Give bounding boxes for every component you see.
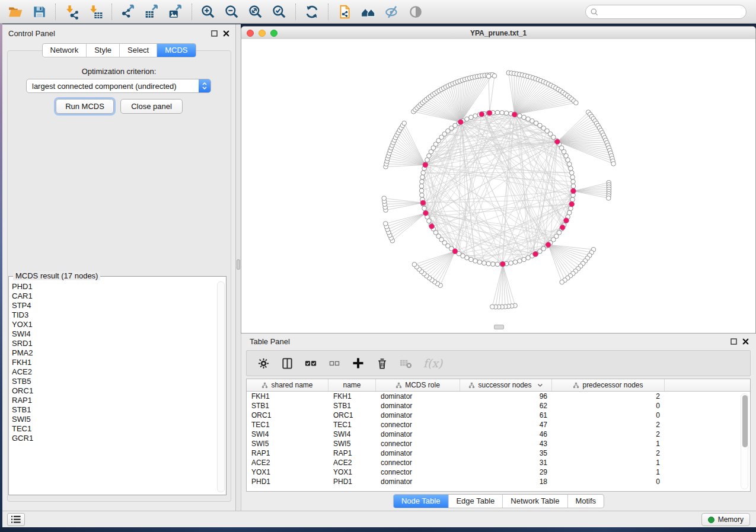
- mcds-result-item[interactable]: STP4: [12, 301, 215, 310]
- mcds-result-scrollbar[interactable]: [217, 281, 225, 492]
- table-tab-node-table[interactable]: Node Table: [394, 495, 448, 508]
- export-image-button[interactable]: [164, 2, 187, 22]
- table-row[interactable]: YOX1YOX1connector291: [247, 467, 750, 477]
- mcds-result-item[interactable]: STB5: [12, 377, 215, 386]
- hide-selection-button[interactable]: [380, 2, 404, 22]
- table-tab-edge-table[interactable]: Edge Table: [448, 495, 502, 508]
- function-builder-button[interactable]: f(x): [419, 352, 447, 374]
- table-cell: connector: [376, 467, 460, 477]
- close-panel-icon[interactable]: [223, 30, 229, 37]
- mcds-result-item[interactable]: YOX1: [12, 320, 215, 329]
- show-columns-button[interactable]: [276, 352, 298, 374]
- table-cell: RAP1: [247, 448, 328, 458]
- table-tab-motifs[interactable]: Motifs: [567, 495, 604, 508]
- table-mode-gear-button[interactable]: [253, 352, 274, 374]
- optimization-criterion-select[interactable]: largest connected component (undirected): [26, 79, 211, 93]
- plus-icon: [352, 357, 365, 370]
- table-cell: TEC1: [247, 420, 328, 430]
- table-cell: SWI4: [328, 430, 376, 439]
- table-row[interactable]: ORC1ORC1dominator610: [247, 411, 750, 420]
- column-header-MCDS-role[interactable]: MCDS role: [376, 379, 460, 391]
- import-table-button[interactable]: [84, 2, 107, 22]
- horizontal-splitter-handle[interactable]: [494, 325, 504, 329]
- mcds-result-item[interactable]: TEC1: [12, 424, 215, 434]
- export-network-button[interactable]: [116, 2, 140, 22]
- zoom-out-icon: [224, 4, 240, 20]
- columns-icon: [281, 357, 294, 370]
- save-session-button[interactable]: [27, 2, 51, 22]
- network-window-titlebar[interactable]: YPA_prune.txt_1: [241, 27, 755, 40]
- import-network-button[interactable]: [60, 2, 84, 22]
- open-file-button[interactable]: [4, 2, 27, 22]
- table-row[interactable]: PHD1PHD1dominator180: [247, 477, 750, 486]
- select-all-button[interactable]: [300, 352, 321, 374]
- open-file-icon: [8, 4, 23, 20]
- table-row[interactable]: ACE2ACE2connector311: [247, 458, 750, 467]
- search-input[interactable]: [601, 7, 746, 17]
- close-table-panel-icon[interactable]: [742, 338, 749, 345]
- control-tab-mcds[interactable]: MCDS: [157, 44, 195, 57]
- column-header-predecessor-nodes[interactable]: predecessor nodes: [552, 379, 665, 391]
- mcds-result-item[interactable]: PMA2: [12, 348, 215, 358]
- table-scrollbar-thumb[interactable]: [742, 395, 748, 447]
- delete-table-button[interactable]: [395, 352, 416, 374]
- mcds-result-item[interactable]: STB1: [12, 405, 215, 415]
- zoom-fit-button[interactable]: [244, 2, 267, 22]
- delete-table-icon: [399, 357, 413, 370]
- column-header-shared-name[interactable]: shared name: [247, 379, 328, 391]
- mcds-result-item[interactable]: CAR1: [12, 291, 215, 301]
- mcds-result-item[interactable]: PHD1: [12, 282, 215, 291]
- deselect-all-button[interactable]: [324, 352, 345, 374]
- run-mcds-button[interactable]: Run MCDS: [56, 99, 114, 114]
- optimization-criterion-value: largest connected component (undirected): [27, 82, 199, 91]
- table-row[interactable]: RAP1RAP1dominator352: [247, 448, 750, 458]
- table-row[interactable]: FKH1FKH1dominator962: [247, 392, 750, 401]
- table-panel-title: Table Panel: [250, 337, 290, 346]
- table-row[interactable]: TEC1TEC1connector472: [247, 420, 750, 430]
- mcds-result-item[interactable]: RAP1: [12, 396, 215, 405]
- mcds-result-item[interactable]: GCR1: [12, 434, 215, 443]
- zoom-in-button[interactable]: [196, 2, 220, 22]
- main-toolbar: [0, 0, 756, 24]
- mcds-result-item[interactable]: ORC1: [12, 386, 215, 396]
- close-panel-button[interactable]: Close panel: [120, 99, 183, 114]
- control-tab-network[interactable]: Network: [42, 44, 86, 57]
- control-tab-select[interactable]: Select: [119, 44, 157, 57]
- export-table-button[interactable]: [140, 2, 164, 22]
- task-history-button[interactable]: [7, 513, 25, 526]
- table-row[interactable]: SWI5SWI5connector431: [247, 439, 750, 448]
- column-header-successor-nodes[interactable]: successor nodes: [460, 379, 552, 391]
- network-graph: [241, 39, 755, 333]
- float-table-panel-icon[interactable]: [731, 338, 737, 345]
- new-network-from-selection-button[interactable]: [333, 2, 356, 22]
- float-panel-icon[interactable]: [211, 30, 218, 37]
- mcds-result-item[interactable]: SWI4: [12, 329, 215, 339]
- zoom-selected-button[interactable]: [267, 2, 291, 22]
- table-tab-network-table[interactable]: Network Table: [502, 495, 567, 508]
- delete-columns-button[interactable]: [371, 352, 393, 374]
- control-tab-style[interactable]: Style: [86, 44, 119, 57]
- network-canvas[interactable]: [241, 39, 755, 333]
- table-header-row: shared namenameMCDS rolesuccessor nodesp…: [247, 379, 750, 392]
- zoom-out-button[interactable]: [220, 2, 244, 22]
- show-all-button[interactable]: [404, 2, 428, 22]
- table-cell: 0: [552, 477, 665, 486]
- table-row[interactable]: SWI4SWI4dominator462: [247, 430, 750, 439]
- mcds-result-list[interactable]: PHD1CAR1STP4TID3YOX1SWI4SRD1PMA2FKH1ACE2…: [12, 282, 215, 492]
- apply-layout-button[interactable]: [300, 2, 324, 22]
- table-toolbar: f(x): [246, 350, 751, 376]
- memory-button[interactable]: Memory: [701, 513, 750, 526]
- desktop-wallpaper: Control Panel NetworkStyleSelectMCDS Opt…: [0, 0, 756, 532]
- table-row[interactable]: STB1STB1dominator620: [247, 401, 750, 411]
- first-neighbors-button[interactable]: [356, 2, 380, 22]
- mcds-result-box: PHD1CAR1STP4TID3YOX1SWI4SRD1PMA2FKH1ACE2…: [8, 276, 227, 495]
- vertical-splitter-handle[interactable]: [237, 259, 240, 270]
- mcds-result-item[interactable]: SRD1: [12, 339, 215, 348]
- mcds-result-item[interactable]: ACE2: [12, 367, 215, 377]
- mcds-result-item[interactable]: FKH1: [12, 358, 215, 367]
- mcds-result-item[interactable]: SWI5: [12, 415, 215, 424]
- add-column-button[interactable]: [347, 352, 369, 374]
- mcds-result-item[interactable]: TID3: [12, 310, 215, 320]
- table-cell: ORC1: [247, 411, 328, 420]
- column-header-name[interactable]: name: [328, 379, 376, 391]
